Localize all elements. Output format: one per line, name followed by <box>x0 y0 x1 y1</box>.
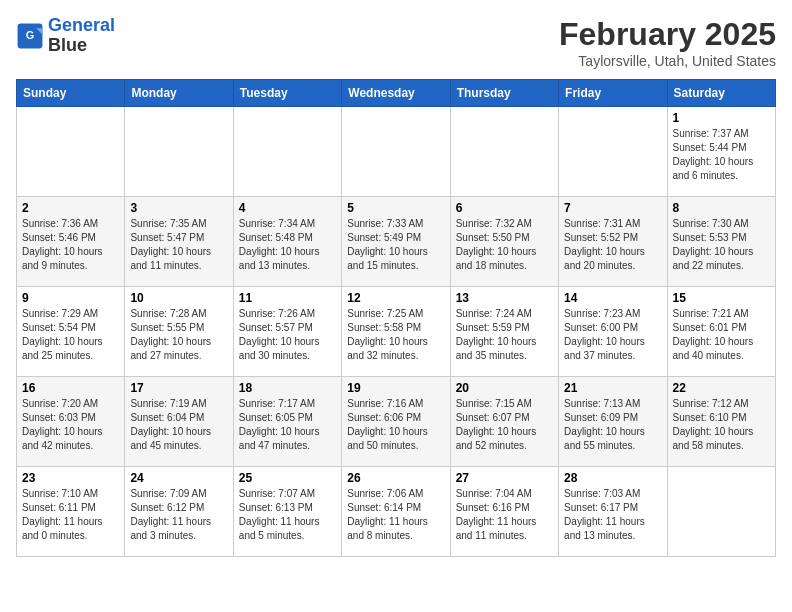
calendar-header-row: SundayMondayTuesdayWednesdayThursdayFrid… <box>17 80 776 107</box>
day-info: Sunrise: 7:10 AM Sunset: 6:11 PM Dayligh… <box>22 487 119 543</box>
day-info: Sunrise: 7:35 AM Sunset: 5:47 PM Dayligh… <box>130 217 227 273</box>
day-info: Sunrise: 7:23 AM Sunset: 6:00 PM Dayligh… <box>564 307 661 363</box>
calendar-cell: 25Sunrise: 7:07 AM Sunset: 6:13 PM Dayli… <box>233 467 341 557</box>
day-info: Sunrise: 7:30 AM Sunset: 5:53 PM Dayligh… <box>673 217 770 273</box>
calendar-cell <box>17 107 125 197</box>
calendar-cell: 8Sunrise: 7:30 AM Sunset: 5:53 PM Daylig… <box>667 197 775 287</box>
day-number: 8 <box>673 201 770 215</box>
calendar-cell: 26Sunrise: 7:06 AM Sunset: 6:14 PM Dayli… <box>342 467 450 557</box>
calendar-cell: 27Sunrise: 7:04 AM Sunset: 6:16 PM Dayli… <box>450 467 558 557</box>
day-info: Sunrise: 7:13 AM Sunset: 6:09 PM Dayligh… <box>564 397 661 453</box>
day-info: Sunrise: 7:17 AM Sunset: 6:05 PM Dayligh… <box>239 397 336 453</box>
day-info: Sunrise: 7:15 AM Sunset: 6:07 PM Dayligh… <box>456 397 553 453</box>
calendar-cell: 17Sunrise: 7:19 AM Sunset: 6:04 PM Dayli… <box>125 377 233 467</box>
day-of-week-header: Saturday <box>667 80 775 107</box>
day-number: 4 <box>239 201 336 215</box>
calendar-cell: 15Sunrise: 7:21 AM Sunset: 6:01 PM Dayli… <box>667 287 775 377</box>
logo-icon: G <box>16 22 44 50</box>
calendar-cell <box>342 107 450 197</box>
day-number: 22 <box>673 381 770 395</box>
day-info: Sunrise: 7:34 AM Sunset: 5:48 PM Dayligh… <box>239 217 336 273</box>
day-number: 9 <box>22 291 119 305</box>
calendar-cell: 13Sunrise: 7:24 AM Sunset: 5:59 PM Dayli… <box>450 287 558 377</box>
calendar-week-row: 16Sunrise: 7:20 AM Sunset: 6:03 PM Dayli… <box>17 377 776 467</box>
day-info: Sunrise: 7:06 AM Sunset: 6:14 PM Dayligh… <box>347 487 444 543</box>
calendar-cell: 16Sunrise: 7:20 AM Sunset: 6:03 PM Dayli… <box>17 377 125 467</box>
calendar-week-row: 23Sunrise: 7:10 AM Sunset: 6:11 PM Dayli… <box>17 467 776 557</box>
calendar-cell <box>559 107 667 197</box>
day-number: 19 <box>347 381 444 395</box>
calendar-cell: 7Sunrise: 7:31 AM Sunset: 5:52 PM Daylig… <box>559 197 667 287</box>
day-info: Sunrise: 7:24 AM Sunset: 5:59 PM Dayligh… <box>456 307 553 363</box>
logo-name: General Blue <box>48 16 115 56</box>
calendar-cell <box>667 467 775 557</box>
day-of-week-header: Tuesday <box>233 80 341 107</box>
calendar-cell: 24Sunrise: 7:09 AM Sunset: 6:12 PM Dayli… <box>125 467 233 557</box>
day-info: Sunrise: 7:28 AM Sunset: 5:55 PM Dayligh… <box>130 307 227 363</box>
calendar-cell: 9Sunrise: 7:29 AM Sunset: 5:54 PM Daylig… <box>17 287 125 377</box>
day-number: 17 <box>130 381 227 395</box>
day-of-week-header: Sunday <box>17 80 125 107</box>
day-number: 12 <box>347 291 444 305</box>
day-number: 2 <box>22 201 119 215</box>
calendar-cell: 18Sunrise: 7:17 AM Sunset: 6:05 PM Dayli… <box>233 377 341 467</box>
calendar-cell <box>450 107 558 197</box>
day-number: 5 <box>347 201 444 215</box>
day-info: Sunrise: 7:20 AM Sunset: 6:03 PM Dayligh… <box>22 397 119 453</box>
calendar-cell: 23Sunrise: 7:10 AM Sunset: 6:11 PM Dayli… <box>17 467 125 557</box>
day-number: 20 <box>456 381 553 395</box>
logo: G General Blue <box>16 16 115 56</box>
calendar-cell: 2Sunrise: 7:36 AM Sunset: 5:46 PM Daylig… <box>17 197 125 287</box>
calendar-cell: 21Sunrise: 7:13 AM Sunset: 6:09 PM Dayli… <box>559 377 667 467</box>
day-info: Sunrise: 7:19 AM Sunset: 6:04 PM Dayligh… <box>130 397 227 453</box>
calendar-cell: 3Sunrise: 7:35 AM Sunset: 5:47 PM Daylig… <box>125 197 233 287</box>
calendar-cell: 14Sunrise: 7:23 AM Sunset: 6:00 PM Dayli… <box>559 287 667 377</box>
day-number: 28 <box>564 471 661 485</box>
day-number: 3 <box>130 201 227 215</box>
calendar-cell <box>125 107 233 197</box>
day-number: 14 <box>564 291 661 305</box>
day-of-week-header: Friday <box>559 80 667 107</box>
day-of-week-header: Thursday <box>450 80 558 107</box>
calendar-week-row: 1Sunrise: 7:37 AM Sunset: 5:44 PM Daylig… <box>17 107 776 197</box>
day-of-week-header: Wednesday <box>342 80 450 107</box>
day-number: 6 <box>456 201 553 215</box>
month-title: February 2025 <box>559 16 776 53</box>
day-number: 1 <box>673 111 770 125</box>
day-of-week-header: Monday <box>125 80 233 107</box>
day-info: Sunrise: 7:07 AM Sunset: 6:13 PM Dayligh… <box>239 487 336 543</box>
day-number: 16 <box>22 381 119 395</box>
day-number: 26 <box>347 471 444 485</box>
calendar-cell: 19Sunrise: 7:16 AM Sunset: 6:06 PM Dayli… <box>342 377 450 467</box>
day-number: 10 <box>130 291 227 305</box>
location-title: Taylorsville, Utah, United States <box>559 53 776 69</box>
day-number: 21 <box>564 381 661 395</box>
calendar-week-row: 9Sunrise: 7:29 AM Sunset: 5:54 PM Daylig… <box>17 287 776 377</box>
day-info: Sunrise: 7:09 AM Sunset: 6:12 PM Dayligh… <box>130 487 227 543</box>
day-info: Sunrise: 7:26 AM Sunset: 5:57 PM Dayligh… <box>239 307 336 363</box>
day-number: 27 <box>456 471 553 485</box>
day-info: Sunrise: 7:29 AM Sunset: 5:54 PM Dayligh… <box>22 307 119 363</box>
calendar-cell: 5Sunrise: 7:33 AM Sunset: 5:49 PM Daylig… <box>342 197 450 287</box>
day-number: 24 <box>130 471 227 485</box>
day-number: 15 <box>673 291 770 305</box>
day-info: Sunrise: 7:37 AM Sunset: 5:44 PM Dayligh… <box>673 127 770 183</box>
calendar-cell: 12Sunrise: 7:25 AM Sunset: 5:58 PM Dayli… <box>342 287 450 377</box>
day-info: Sunrise: 7:25 AM Sunset: 5:58 PM Dayligh… <box>347 307 444 363</box>
page-header: G General Blue February 2025 Taylorsvill… <box>16 16 776 69</box>
calendar-cell: 11Sunrise: 7:26 AM Sunset: 5:57 PM Dayli… <box>233 287 341 377</box>
day-info: Sunrise: 7:12 AM Sunset: 6:10 PM Dayligh… <box>673 397 770 453</box>
day-info: Sunrise: 7:31 AM Sunset: 5:52 PM Dayligh… <box>564 217 661 273</box>
svg-text:G: G <box>26 29 34 41</box>
calendar-week-row: 2Sunrise: 7:36 AM Sunset: 5:46 PM Daylig… <box>17 197 776 287</box>
calendar-cell: 22Sunrise: 7:12 AM Sunset: 6:10 PM Dayli… <box>667 377 775 467</box>
calendar-cell: 20Sunrise: 7:15 AM Sunset: 6:07 PM Dayli… <box>450 377 558 467</box>
calendar-cell <box>233 107 341 197</box>
day-number: 25 <box>239 471 336 485</box>
day-number: 7 <box>564 201 661 215</box>
calendar-cell: 6Sunrise: 7:32 AM Sunset: 5:50 PM Daylig… <box>450 197 558 287</box>
calendar-cell: 4Sunrise: 7:34 AM Sunset: 5:48 PM Daylig… <box>233 197 341 287</box>
calendar-cell: 10Sunrise: 7:28 AM Sunset: 5:55 PM Dayli… <box>125 287 233 377</box>
day-number: 11 <box>239 291 336 305</box>
title-area: February 2025 Taylorsville, Utah, United… <box>559 16 776 69</box>
